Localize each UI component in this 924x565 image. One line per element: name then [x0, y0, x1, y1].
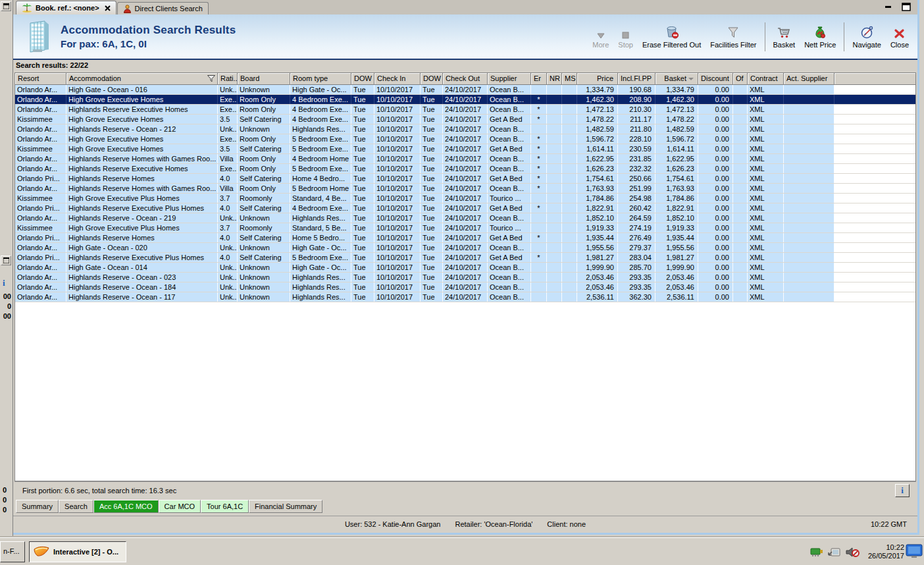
minimize-icon[interactable] — [885, 3, 892, 11]
table-row[interactable]: Orlando Ar...Highlands Reserve - Ocean -… — [15, 213, 915, 223]
cell: Ocean B... — [488, 95, 531, 104]
cell: Tue — [421, 263, 443, 272]
background-restore-button[interactable] — [1, 256, 11, 265]
cell: 1,999.90 — [655, 263, 698, 272]
stop-button[interactable]: Stop — [613, 24, 638, 50]
column-header-ms[interactable]: MS — [562, 73, 577, 85]
table-row[interactable]: Orlando Ar...Highlands Reserve - Ocean -… — [15, 124, 915, 134]
column-header-label: Act. Supplier — [786, 74, 827, 82]
table-row[interactable]: KissimmeeHigh Grove Executive Homes3.5Se… — [15, 144, 915, 154]
erase-filtered-out-button[interactable]: Erase Filtered Out — [638, 24, 706, 50]
tab-direct-clients-search[interactable]: Direct Clients Search — [117, 2, 209, 14]
facilities-filter-button[interactable]: Facilities Filter — [706, 24, 761, 50]
maximize-icon[interactable] — [902, 3, 911, 11]
column-header-nr[interactable]: NR — [547, 73, 562, 85]
table-row[interactable]: Orlando Ar...High Gate - Ocean - 016Unk.… — [15, 85, 915, 95]
column-header-of[interactable]: Of — [733, 73, 748, 85]
cell: 10/10/2017 — [374, 223, 421, 232]
basket-button[interactable]: Basket — [769, 24, 800, 50]
table-row[interactable]: Orlando Pri...Highlands Reserve Executiv… — [15, 203, 915, 213]
column-header-incl-fl-pp[interactable]: Incl.Fl.PP — [618, 73, 655, 85]
cell — [531, 243, 547, 252]
background-minimize-button[interactable] — [1, 1, 11, 11]
column-header-dow[interactable]: DOW — [421, 73, 443, 85]
volume-muted-icon[interactable] — [846, 547, 860, 558]
cell: Standard, 4 Be... — [290, 194, 351, 203]
statusbar-client: Client: none — [547, 520, 586, 528]
table-row[interactable]: KissimmeeHigh Grove Executive Homes3.5Se… — [15, 115, 915, 124]
column-header-supplier[interactable]: Supplier — [488, 73, 531, 85]
table-row[interactable]: Orlando Ar...High Gate - Ocean - 020Unk.… — [15, 243, 915, 253]
cell: Ocean B... — [488, 282, 531, 292]
column-header-contract[interactable]: Contract — [748, 73, 784, 85]
tab-summary[interactable]: Summary — [16, 500, 59, 513]
column-header-check-in[interactable]: Check In — [374, 73, 421, 85]
cell: 24/10/2017 — [443, 124, 488, 134]
cell: Ocean B... — [488, 134, 531, 144]
column-header-discount[interactable]: Discount — [698, 73, 733, 85]
column-filter-funnel-icon[interactable] — [207, 75, 215, 82]
cell: Highlands Reserve - Ocean - 219 — [66, 213, 218, 223]
column-header-er[interactable]: Er — [531, 73, 547, 85]
show-desktop-icon[interactable] — [906, 544, 923, 558]
info-button[interactable]: i — [895, 484, 910, 497]
table-row[interactable]: Orlando Pri...Highlands Reserve Executiv… — [15, 253, 915, 263]
cell: 1,478.22 — [655, 115, 698, 124]
cell: XML — [748, 292, 784, 302]
tab-close-icon[interactable] — [105, 5, 111, 11]
row-filler — [834, 223, 915, 232]
column-header-room-type[interactable]: Room type — [290, 73, 351, 85]
cell — [784, 164, 834, 173]
tab-tour[interactable]: Tour 6A,1C — [201, 500, 249, 513]
tab-booking-ref[interactable]: Book. ref.: <none> — [16, 1, 116, 14]
cell: 10/10/2017 — [374, 85, 421, 94]
table-row[interactable]: Orlando Ar...High Gate - Ocean - 014Unk.… — [15, 263, 915, 273]
safely-remove-hardware-icon[interactable] — [828, 547, 841, 558]
column-header-accommodation[interactable]: Accommodation — [66, 73, 218, 85]
table-row[interactable]: Orlando Ar...Highlands Reserve - Ocean -… — [15, 292, 915, 302]
column-header-check-out[interactable]: Check Out — [443, 73, 488, 85]
column-header-resort[interactable]: Resort — [15, 73, 66, 85]
table-row[interactable]: KissimmeeHigh Grove Executive Plus Homes… — [15, 194, 915, 203]
red-x-icon — [894, 26, 905, 39]
table-row[interactable]: Orlando Ar...High Grove Executive HomesE… — [15, 95, 915, 105]
cell: 3.5 — [218, 144, 238, 153]
background-window-strip: i 00 0 00 0 0 0 — [0, 0, 13, 537]
cell — [547, 144, 562, 153]
cell: * — [531, 154, 547, 163]
table-row[interactable]: Orlando Ar...High Grove Executive HomesE… — [15, 134, 915, 144]
column-header-rati[interactable]: Rati... — [218, 73, 238, 85]
table-row[interactable]: Orlando Ar...Highlands Reserve Homes wit… — [15, 154, 915, 164]
taskbar-active-button[interactable]: Interactive [2] - O... — [29, 541, 126, 562]
cell: Get A Bed — [488, 203, 531, 213]
column-header-dow[interactable]: DOW — [351, 73, 374, 85]
more-button[interactable]: More — [588, 24, 613, 50]
tab-acc-mco[interactable]: Acc 6A,1C MCO — [93, 500, 159, 513]
nett-price-button[interactable]: Nett Price — [800, 24, 840, 50]
close-button[interactable]: Close — [886, 24, 913, 50]
network-adapter-icon[interactable] — [810, 547, 823, 557]
column-header-board[interactable]: Board — [238, 73, 290, 85]
column-header-basket[interactable]: Basket — [655, 73, 698, 85]
table-row[interactable]: KissimmeeHigh Grove Executive Plus Homes… — [15, 223, 915, 233]
taskbar-partial-button[interactable]: n-F... — [0, 541, 25, 562]
tab-car-mco[interactable]: Car MCO — [159, 500, 201, 513]
table-row[interactable]: Orlando Ar...Highlands Reserve - Ocean -… — [15, 282, 915, 292]
cell: 211.17 — [618, 115, 655, 124]
table-row[interactable]: Orlando Ar...Highlands Reserve Executive… — [15, 164, 915, 174]
tab-search[interactable]: Search — [59, 500, 93, 513]
cell: 1,482.59 — [655, 124, 698, 134]
cell — [547, 134, 562, 144]
navigate-button[interactable]: Navigate — [848, 24, 885, 50]
column-header-act-supplier[interactable]: Act. Supplier — [784, 73, 834, 85]
cell: 0.00 — [698, 184, 733, 193]
table-row[interactable]: Orlando Pri...Highlands Reserve Homes4.0… — [15, 174, 915, 184]
cell: Home 4 Bedro... — [290, 174, 351, 183]
column-header-price[interactable]: Price — [577, 73, 618, 85]
table-row[interactable]: Orlando Ar...Highlands Reserve - Ocean -… — [15, 273, 915, 282]
tab-financial-summary[interactable]: Financial Summary — [249, 500, 322, 513]
table-row[interactable]: Orlando Pri...Highlands Reserve Homes4.0… — [15, 233, 915, 243]
table-row[interactable]: Orlando Ar...Highlands Reserve Executive… — [15, 105, 915, 115]
row-filler — [834, 184, 915, 193]
table-row[interactable]: Orlando Ar...Highlands Reserve Homes wit… — [15, 184, 915, 194]
